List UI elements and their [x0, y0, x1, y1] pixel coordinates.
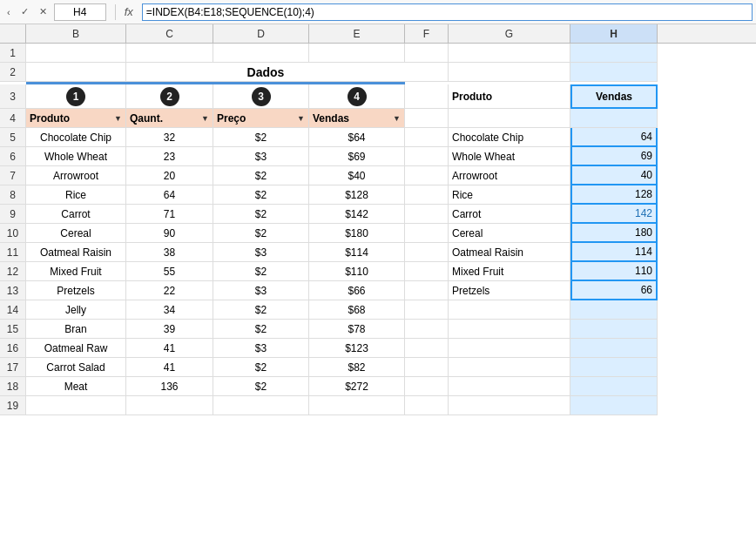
cell-H11[interactable]: 114 — [570, 243, 658, 262]
cell-C12-qaunt[interactable]: 55 — [126, 262, 213, 281]
check-icon[interactable]: ✓ — [17, 4, 32, 19]
col-header-E[interactable]: E — [309, 24, 405, 43]
cell-H7[interactable]: 40 — [570, 166, 658, 185]
cell-D5-preco[interactable]: $2 — [213, 128, 309, 147]
cell-G12[interactable]: Mixed Fruit — [449, 262, 570, 281]
cell-G9[interactable]: Carrot — [449, 205, 570, 224]
cell-B18-produto[interactable]: Meat — [26, 377, 126, 396]
col-header-F[interactable]: F — [405, 24, 449, 43]
cell-D12-preco[interactable]: $2 — [213, 262, 309, 281]
cell-D1[interactable] — [213, 44, 309, 63]
cell-E9-vendas[interactable]: $142 — [309, 205, 405, 224]
cell-E18-vendas[interactable]: $272 — [309, 377, 405, 396]
cell-G17[interactable] — [449, 358, 570, 377]
cell-H9[interactable]: 142 — [570, 205, 658, 224]
cell-F8[interactable] — [405, 185, 449, 205]
cell-C6-qaunt[interactable]: 23 — [126, 147, 213, 166]
cell-F13[interactable] — [405, 281, 449, 300]
cell-B13-produto[interactable]: Pretzels — [26, 281, 126, 300]
cell-G16[interactable] — [449, 339, 570, 358]
cell-D10-preco[interactable]: $2 — [213, 224, 309, 243]
cell-G15[interactable] — [449, 320, 570, 339]
filter-arrow-qaunt[interactable]: ▼ — [201, 114, 209, 123]
cell-H2[interactable] — [570, 63, 658, 82]
cell-D7-preco[interactable]: $2 — [213, 166, 309, 185]
cell-E15-vendas[interactable]: $78 — [309, 320, 405, 339]
cell-G11[interactable]: Oatmeal Raisin — [449, 243, 570, 262]
cell-F7[interactable] — [405, 166, 449, 185]
filter-header-vendas[interactable]: Vendas ▼ — [309, 109, 405, 128]
cell-F4[interactable] — [405, 109, 449, 128]
cell-C16-qaunt[interactable]: 41 — [126, 339, 213, 358]
cell-B10-produto[interactable]: Cereal — [26, 224, 126, 243]
cell-B7-produto[interactable]: Arrowroot — [26, 166, 126, 185]
cell-F15[interactable] — [405, 320, 449, 339]
col-header-B[interactable]: B — [26, 24, 126, 43]
cell-C11-qaunt[interactable]: 38 — [126, 243, 213, 262]
cell-G6[interactable]: Whole Wheat — [449, 147, 570, 166]
cell-B11-produto[interactable]: Oatmeal Raisin — [26, 243, 126, 262]
cell-B2[interactable] — [26, 63, 126, 82]
cell-E19[interactable] — [309, 396, 405, 415]
cell-G18[interactable] — [449, 377, 570, 396]
cell-H12[interactable]: 110 — [570, 262, 658, 281]
filter-arrow-produto[interactable]: ▼ — [114, 114, 122, 123]
cell-G13[interactable]: Pretzels — [449, 281, 570, 300]
cell-C17-qaunt[interactable]: 41 — [126, 358, 213, 377]
cell-F9[interactable] — [405, 205, 449, 224]
cell-C18-qaunt[interactable]: 136 — [126, 377, 213, 396]
cell-H19[interactable] — [570, 396, 658, 415]
cell-D9-preco[interactable]: $2 — [213, 205, 309, 224]
cell-D13-preco[interactable]: $3 — [213, 281, 309, 300]
cell-F5[interactable] — [405, 128, 449, 147]
cell-H10[interactable]: 180 — [570, 224, 658, 243]
cell-C14-qaunt[interactable]: 34 — [126, 300, 213, 320]
cell-reference-box[interactable] — [54, 3, 106, 21]
cell-H5[interactable]: 64 — [570, 128, 658, 147]
cell-D6-preco[interactable]: $3 — [213, 147, 309, 166]
cell-D11-preco[interactable]: $3 — [213, 243, 309, 262]
cell-H18[interactable] — [570, 377, 658, 396]
cell-E16-vendas[interactable]: $123 — [309, 339, 405, 358]
cell-E8-vendas[interactable]: $128 — [309, 185, 405, 205]
cell-F18[interactable] — [405, 377, 449, 396]
cell-F2[interactable] — [405, 63, 449, 82]
cell-B12-produto[interactable]: Mixed Fruit — [26, 262, 126, 281]
cell-B9-produto[interactable]: Carrot — [26, 205, 126, 224]
cell-F19[interactable] — [405, 396, 449, 415]
cell-D14-preco[interactable]: $2 — [213, 300, 309, 320]
cell-B15-produto[interactable]: Bran — [26, 320, 126, 339]
cell-G10[interactable]: Cereal — [449, 224, 570, 243]
formula-input[interactable] — [142, 3, 753, 21]
cell-B1[interactable] — [26, 44, 126, 63]
cell-C1[interactable] — [126, 44, 213, 63]
cell-D15-preco[interactable]: $2 — [213, 320, 309, 339]
cell-E6-vendas[interactable]: $69 — [309, 147, 405, 166]
cell-F14[interactable] — [405, 300, 449, 320]
cell-C15-qaunt[interactable]: 39 — [126, 320, 213, 339]
cell-H1[interactable] — [570, 44, 658, 63]
cell-C5-qaunt[interactable]: 32 — [126, 128, 213, 147]
cell-F3[interactable] — [405, 84, 449, 109]
cell-D8-preco[interactable]: $2 — [213, 185, 309, 205]
cell-F12[interactable] — [405, 262, 449, 281]
cell-F10[interactable] — [405, 224, 449, 243]
cell-G7[interactable]: Arrowroot — [449, 166, 570, 185]
cell-E5-vendas[interactable]: $64 — [309, 128, 405, 147]
cell-C19[interactable] — [126, 396, 213, 415]
filter-header-produto[interactable]: Produto ▼ — [26, 109, 126, 128]
cell-G2[interactable] — [449, 63, 570, 82]
cell-C10-qaunt[interactable]: 90 — [126, 224, 213, 243]
cell-G19[interactable] — [449, 396, 570, 415]
cell-H4[interactable] — [570, 109, 658, 128]
cell-C9-qaunt[interactable]: 71 — [126, 205, 213, 224]
cell-C7-qaunt[interactable]: 20 — [126, 166, 213, 185]
cell-B16-produto[interactable]: Oatmeal Raw — [26, 339, 126, 358]
cell-G8[interactable]: Rice — [449, 185, 570, 205]
cell-H8[interactable]: 128 — [570, 185, 658, 205]
cell-E12-vendas[interactable]: $110 — [309, 262, 405, 281]
cell-G14[interactable] — [449, 300, 570, 320]
filter-header-qaunt[interactable]: Qaunt. ▼ — [126, 109, 213, 128]
cell-H14[interactable] — [570, 300, 658, 320]
cell-B8-produto[interactable]: Rice — [26, 185, 126, 205]
